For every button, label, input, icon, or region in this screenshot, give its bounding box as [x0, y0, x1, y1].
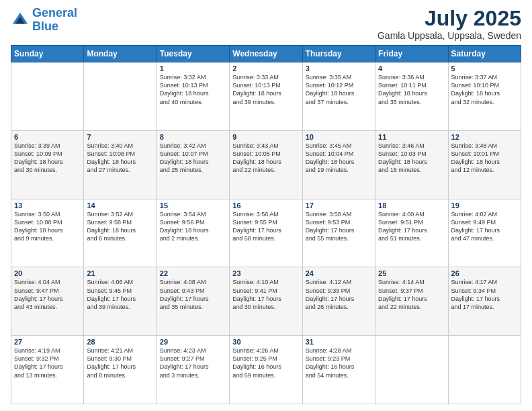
weekday-header: Sunday	[11, 46, 84, 62]
calendar-cell: 28Sunrise: 4:21 AM Sunset: 9:30 PM Dayli…	[84, 336, 157, 404]
logo-icon	[11, 11, 30, 30]
day-info: Sunrise: 3:54 AM Sunset: 9:56 PM Dayligh…	[160, 210, 226, 243]
day-info: Sunrise: 3:48 AM Sunset: 10:01 PM Daylig…	[451, 142, 518, 175]
day-info: Sunrise: 3:33 AM Sunset: 10:13 PM Daylig…	[232, 73, 299, 106]
day-number: 4	[378, 64, 445, 73]
calendar-cell: 20Sunrise: 4:04 AM Sunset: 9:47 PM Dayli…	[11, 267, 84, 336]
day-number: 18	[378, 201, 445, 210]
weekday-header: Monday	[84, 46, 157, 62]
day-number: 22	[160, 269, 226, 277]
day-number: 29	[160, 338, 226, 346]
day-number: 6	[14, 133, 81, 141]
day-number: 20	[14, 269, 81, 277]
calendar-cell: 4Sunrise: 3:36 AM Sunset: 10:11 PM Dayli…	[375, 62, 448, 131]
day-number: 1	[160, 64, 226, 73]
calendar-cell: 6Sunrise: 3:39 AM Sunset: 10:09 PM Dayli…	[11, 130, 84, 199]
day-info: Sunrise: 3:46 AM Sunset: 10:03 PM Daylig…	[378, 142, 445, 175]
day-info: Sunrise: 4:21 AM Sunset: 9:30 PM Dayligh…	[87, 347, 153, 379]
calendar-cell: 31Sunrise: 4:28 AM Sunset: 9:23 PM Dayli…	[302, 336, 375, 404]
calendar-week-row: 27Sunrise: 4:19 AM Sunset: 9:32 PM Dayli…	[11, 336, 521, 404]
day-info: Sunrise: 4:14 AM Sunset: 9:37 PM Dayligh…	[378, 278, 445, 311]
calendar-cell: 5Sunrise: 3:37 AM Sunset: 10:10 PM Dayli…	[448, 62, 521, 131]
logo-blue: Blue	[32, 19, 58, 33]
day-number: 12	[451, 133, 518, 141]
weekday-header: Friday	[375, 46, 448, 62]
day-info: Sunrise: 4:26 AM Sunset: 9:25 PM Dayligh…	[232, 347, 299, 379]
day-number: 5	[451, 64, 518, 73]
day-number: 8	[160, 133, 226, 141]
calendar-cell: 29Sunrise: 4:23 AM Sunset: 9:27 PM Dayli…	[157, 336, 229, 404]
header: General Blue July 2025 Gamla Uppsala, Up…	[11, 7, 521, 41]
calendar-cell: 26Sunrise: 4:17 AM Sunset: 9:34 PM Dayli…	[448, 267, 521, 336]
day-number: 31	[306, 338, 372, 346]
calendar-cell: 15Sunrise: 3:54 AM Sunset: 9:56 PM Dayli…	[157, 199, 229, 267]
day-info: Sunrise: 4:28 AM Sunset: 9:23 PM Dayligh…	[306, 347, 372, 379]
day-info: Sunrise: 4:00 AM Sunset: 9:51 PM Dayligh…	[378, 210, 445, 243]
day-info: Sunrise: 3:58 AM Sunset: 9:53 PM Dayligh…	[306, 210, 372, 243]
day-number: 19	[451, 201, 518, 210]
calendar-cell: 7Sunrise: 3:40 AM Sunset: 10:08 PM Dayli…	[84, 130, 157, 199]
day-info: Sunrise: 4:10 AM Sunset: 9:41 PM Dayligh…	[232, 278, 299, 311]
day-number: 10	[306, 133, 372, 141]
calendar-cell: 21Sunrise: 4:06 AM Sunset: 9:45 PM Dayli…	[84, 267, 157, 336]
calendar-week-row: 13Sunrise: 3:50 AM Sunset: 10:00 PM Dayl…	[11, 199, 521, 267]
day-number: 14	[87, 201, 153, 210]
day-info: Sunrise: 3:56 AM Sunset: 9:55 PM Dayligh…	[232, 210, 299, 243]
calendar-week-row: 6Sunrise: 3:39 AM Sunset: 10:09 PM Dayli…	[11, 130, 521, 199]
calendar-week-row: 20Sunrise: 4:04 AM Sunset: 9:47 PM Dayli…	[11, 267, 521, 336]
day-info: Sunrise: 4:08 AM Sunset: 9:43 PM Dayligh…	[160, 278, 226, 311]
day-number: 9	[232, 133, 299, 141]
logo: General Blue	[11, 7, 77, 34]
weekday-header: Saturday	[448, 46, 521, 62]
calendar-cell: 22Sunrise: 4:08 AM Sunset: 9:43 PM Dayli…	[157, 267, 229, 336]
calendar-cell: 2Sunrise: 3:33 AM Sunset: 10:13 PM Dayli…	[230, 62, 302, 131]
day-number: 17	[306, 201, 372, 210]
day-info: Sunrise: 4:12 AM Sunset: 9:39 PM Dayligh…	[306, 278, 372, 311]
day-info: Sunrise: 3:52 AM Sunset: 9:58 PM Dayligh…	[87, 210, 153, 243]
calendar-cell: 9Sunrise: 3:43 AM Sunset: 10:05 PM Dayli…	[230, 130, 302, 199]
day-number: 24	[306, 269, 372, 277]
title-block: July 2025 Gamla Uppsala, Uppsala, Sweden	[378, 7, 521, 41]
day-number: 21	[87, 269, 153, 277]
day-number: 3	[306, 64, 372, 73]
day-number: 30	[232, 338, 299, 346]
day-info: Sunrise: 4:06 AM Sunset: 9:45 PM Dayligh…	[87, 278, 153, 311]
day-info: Sunrise: 3:32 AM Sunset: 10:13 PM Daylig…	[160, 73, 226, 106]
calendar-cell: 19Sunrise: 4:02 AM Sunset: 9:49 PM Dayli…	[448, 199, 521, 267]
calendar-week-row: 1Sunrise: 3:32 AM Sunset: 10:13 PM Dayli…	[11, 62, 521, 131]
calendar-cell: 3Sunrise: 3:35 AM Sunset: 10:12 PM Dayli…	[302, 62, 375, 131]
calendar-cell: 10Sunrise: 3:45 AM Sunset: 10:04 PM Dayl…	[302, 130, 375, 199]
calendar-cell: 8Sunrise: 3:42 AM Sunset: 10:07 PM Dayli…	[157, 130, 229, 199]
calendar-cell: 30Sunrise: 4:26 AM Sunset: 9:25 PM Dayli…	[230, 336, 302, 404]
day-info: Sunrise: 3:40 AM Sunset: 10:08 PM Daylig…	[87, 142, 153, 175]
day-info: Sunrise: 3:43 AM Sunset: 10:05 PM Daylig…	[232, 142, 299, 175]
day-number: 15	[160, 201, 226, 210]
calendar-cell: 11Sunrise: 3:46 AM Sunset: 10:03 PM Dayl…	[375, 130, 448, 199]
calendar-cell: 18Sunrise: 4:00 AM Sunset: 9:51 PM Dayli…	[375, 199, 448, 267]
day-number: 27	[14, 338, 81, 346]
day-info: Sunrise: 3:45 AM Sunset: 10:04 PM Daylig…	[306, 142, 372, 175]
subtitle: Gamla Uppsala, Uppsala, Sweden	[378, 30, 521, 41]
calendar-cell	[84, 62, 157, 131]
weekday-header: Wednesday	[230, 46, 302, 62]
day-info: Sunrise: 4:23 AM Sunset: 9:27 PM Dayligh…	[160, 347, 226, 379]
calendar-cell: 23Sunrise: 4:10 AM Sunset: 9:41 PM Dayli…	[230, 267, 302, 336]
calendar-cell	[11, 62, 84, 131]
calendar-cell	[448, 336, 521, 404]
day-info: Sunrise: 4:02 AM Sunset: 9:49 PM Dayligh…	[451, 210, 518, 243]
day-number: 28	[87, 338, 153, 346]
day-number: 11	[378, 133, 445, 141]
calendar-cell: 12Sunrise: 3:48 AM Sunset: 10:01 PM Dayl…	[448, 130, 521, 199]
day-number: 2	[232, 64, 299, 73]
calendar-cell	[375, 336, 448, 404]
calendar-table: SundayMondayTuesdayWednesdayThursdayFrid…	[11, 45, 521, 404]
main-title: July 2025	[378, 7, 521, 30]
calendar-cell: 17Sunrise: 3:58 AM Sunset: 9:53 PM Dayli…	[302, 199, 375, 267]
calendar-cell: 14Sunrise: 3:52 AM Sunset: 9:58 PM Dayli…	[84, 199, 157, 267]
day-info: Sunrise: 3:36 AM Sunset: 10:11 PM Daylig…	[378, 73, 445, 106]
day-info: Sunrise: 3:50 AM Sunset: 10:00 PM Daylig…	[14, 210, 81, 243]
weekday-header: Tuesday	[157, 46, 229, 62]
day-info: Sunrise: 3:35 AM Sunset: 10:12 PM Daylig…	[306, 73, 372, 106]
day-info: Sunrise: 3:39 AM Sunset: 10:09 PM Daylig…	[14, 142, 81, 175]
weekday-header: Thursday	[302, 46, 375, 62]
